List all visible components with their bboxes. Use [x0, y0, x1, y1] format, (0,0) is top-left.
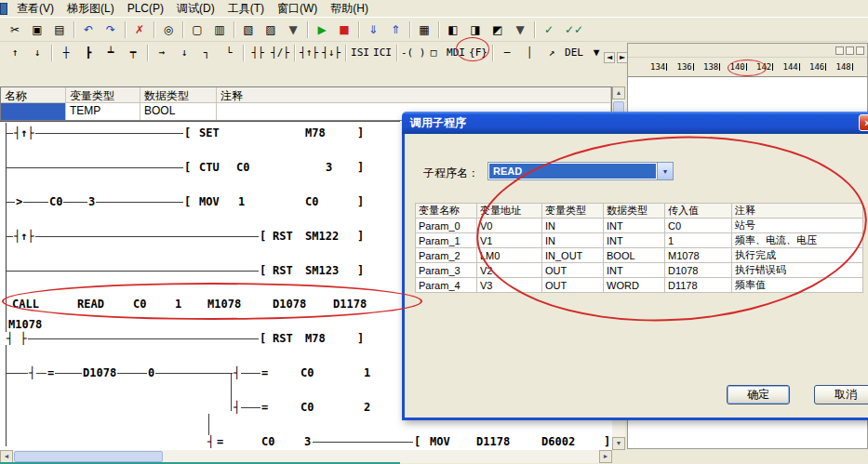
- chevron-down-icon[interactable]: ▼: [657, 163, 673, 179]
- wire-corner-icon[interactable]: ┐: [195, 45, 218, 61]
- coil-set-icon[interactable]: ISI: [349, 45, 371, 61]
- ladder-token[interactable]: [: [259, 332, 267, 345]
- function-box-icon[interactable]: □: [422, 45, 445, 61]
- ladder-token[interactable]: D1178: [475, 435, 511, 448]
- menu-plc[interactable]: PLC(P): [121, 1, 170, 16]
- ladder-token[interactable]: 3: [325, 161, 333, 174]
- variable-table-cell[interactable]: BOOL: [140, 103, 217, 120]
- copy-icon[interactable]: ▣: [27, 20, 47, 39]
- ladder-token[interactable]: 3: [303, 435, 312, 448]
- ladder-token[interactable]: C0: [48, 195, 63, 208]
- variable-table-cell[interactable]: [1, 103, 66, 120]
- cancel-button[interactable]: 取消: [814, 385, 868, 404]
- rising-edge-contact-icon[interactable]: ┤↑├: [13, 230, 35, 243]
- ladder-token[interactable]: >: [15, 195, 23, 208]
- close-icon[interactable]: ×: [859, 114, 868, 131]
- ladder-token[interactable]: [: [259, 264, 267, 277]
- ladder-token[interactable]: [: [183, 126, 192, 139]
- window-control-icon[interactable]: [856, 46, 864, 55]
- ladder-token[interactable]: =: [216, 435, 224, 448]
- ladder-token[interactable]: READ: [76, 298, 105, 311]
- ladder-token[interactable]: 1: [237, 195, 246, 208]
- ladder-token[interactable]: [: [183, 161, 192, 174]
- ladder-token[interactable]: ]: [356, 126, 365, 139]
- ladder-token[interactable]: M1078: [7, 318, 43, 331]
- ladder-token[interactable]: ]: [356, 332, 365, 345]
- print-icon[interactable]: ▥: [209, 20, 230, 39]
- mdi-icon[interactable]: MDI: [445, 45, 467, 61]
- parameter-table-row[interactable]: Param_4V3OUTWORDD1178频率值: [416, 278, 863, 293]
- ladder-token[interactable]: D1078: [82, 366, 117, 379]
- run-icon[interactable]: ▶: [312, 20, 332, 39]
- ladder-token[interactable]: ]: [356, 264, 365, 277]
- horizontal-scrollbar[interactable]: ◄ ►: [0, 450, 612, 463]
- ladder-token[interactable]: C0: [132, 298, 147, 311]
- compile-icon[interactable]: ✓: [539, 20, 559, 39]
- cut-icon[interactable]: ✂: [5, 20, 25, 39]
- contact-no-icon[interactable]: ┤├: [247, 45, 269, 61]
- unlock-icon[interactable]: ◨: [465, 20, 486, 39]
- ladder-token[interactable]: CALL: [11, 298, 40, 311]
- dialog-titlebar[interactable]: 调用子程序: [402, 112, 868, 134]
- ladder-token[interactable]: ┤: [233, 366, 241, 379]
- ladder-token[interactable]: D1078: [272, 298, 307, 311]
- coil-reset-icon[interactable]: ICI: [371, 45, 394, 61]
- window-control-icon[interactable]: [835, 46, 844, 55]
- ladder-token[interactable]: 1: [363, 366, 371, 379]
- ladder-token[interactable]: [: [259, 230, 267, 243]
- key-icon[interactable]: ◩: [487, 20, 508, 39]
- find-icon[interactable]: ◎: [158, 20, 179, 39]
- ok-button[interactable]: 确定: [727, 385, 790, 404]
- wire-right-icon[interactable]: →: [151, 45, 173, 61]
- ladder-token[interactable]: M78: [304, 332, 327, 345]
- parameter-table-row[interactable]: Param_3V2OUTINTD1078执行错误码: [416, 263, 863, 278]
- ladder-token[interactable]: D6002: [541, 435, 576, 448]
- parameter-table-row[interactable]: Param_0V0ININTC0站号: [416, 219, 863, 233]
- wire-turn-icon[interactable]: └: [218, 45, 240, 61]
- ladder-token[interactable]: CTU: [198, 161, 220, 174]
- redo-icon[interactable]: ↷: [100, 20, 121, 39]
- wire-down-icon[interactable]: ↓: [173, 45, 195, 61]
- variable-table-cell[interactable]: TEMP: [66, 103, 140, 120]
- contact-rising-icon[interactable]: ┤↑├: [298, 45, 320, 61]
- ladder-token[interactable]: MOV: [429, 435, 451, 448]
- ladder-token[interactable]: ]: [356, 195, 365, 208]
- scroll-left-icon[interactable]: ◄: [0, 450, 13, 463]
- insert-row-below-icon[interactable]: ↓: [26, 45, 48, 61]
- ladder-token[interactable]: RST: [272, 264, 294, 277]
- insert-branch-icon[interactable]: ┣: [77, 45, 100, 61]
- ladder-token[interactable]: C0: [300, 366, 314, 379]
- ladder-token[interactable]: 2: [363, 401, 371, 414]
- ladder-token[interactable]: ]: [356, 230, 365, 243]
- window-control-icon[interactable]: [846, 46, 854, 55]
- insert-network-icon[interactable]: ▧: [238, 20, 259, 39]
- stop-icon[interactable]: ■: [334, 20, 354, 39]
- ladder-token[interactable]: =: [260, 401, 269, 414]
- ladder-token[interactable]: ┤: [233, 401, 241, 414]
- ladder-token[interactable]: C0: [260, 435, 275, 448]
- menu-help[interactable]: 帮助(H): [324, 0, 375, 18]
- ladder-token[interactable]: ┤: [207, 435, 215, 448]
- ladder-token[interactable]: [: [413, 435, 421, 448]
- ladder-token[interactable]: C0: [300, 401, 314, 414]
- vline-icon[interactable]: │: [518, 45, 541, 61]
- print-preview-icon[interactable]: ▢: [187, 20, 207, 39]
- prev-page-icon[interactable]: ◄: [604, 52, 615, 63]
- parameter-table-row[interactable]: Param_1V1ININT1频率、电流、电压: [416, 233, 863, 248]
- ladder-token[interactable]: SM122: [304, 230, 340, 243]
- lock-icon[interactable]: ◧: [443, 20, 463, 39]
- f-key-icon[interactable]: {F}: [467, 45, 489, 61]
- chart-icon[interactable]: ▨: [260, 20, 281, 39]
- ladder-token[interactable]: ]: [356, 161, 365, 174]
- delete-line-icon[interactable]: ↗: [541, 45, 563, 61]
- ladder-token[interactable]: ]: [603, 435, 611, 448]
- ladder-token[interactable]: 0: [147, 366, 155, 379]
- ladder-token[interactable]: 3: [87, 195, 96, 208]
- dropdown-arrow-icon[interactable]: ▼: [510, 20, 530, 39]
- subroutine-combobox[interactable]: READ ▼: [487, 162, 674, 180]
- menu-ladder[interactable]: 梯形图(L): [60, 0, 121, 18]
- scroll-up-icon[interactable]: ▲: [612, 86, 625, 99]
- ladder-token[interactable]: RST: [272, 230, 294, 243]
- coil-icon[interactable]: -( ): [400, 45, 422, 61]
- grid-icon[interactable]: ▦: [414, 20, 434, 39]
